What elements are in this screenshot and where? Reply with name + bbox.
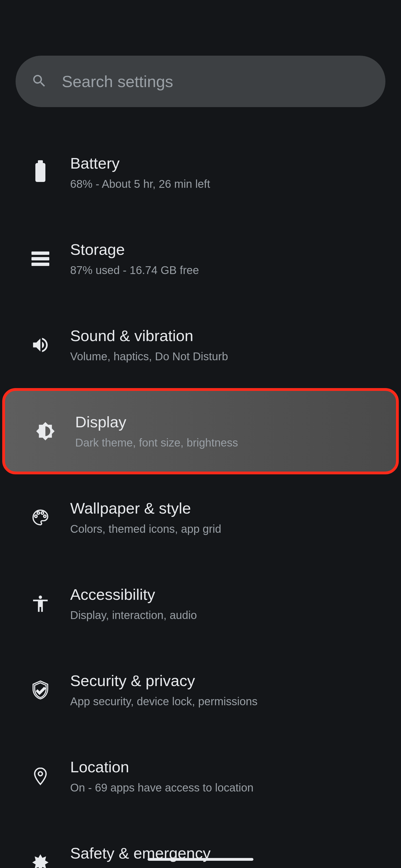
item-subtitle: Colors, themed icons, app grid: [70, 521, 221, 537]
item-subtitle: Emergency SOS, medical info, alerts: [70, 866, 252, 868]
item-title: Wallpaper & style: [70, 498, 221, 519]
settings-item-wallpaper[interactable]: Wallpaper & style Colors, themed icons, …: [0, 474, 401, 561]
item-title: Security & privacy: [70, 671, 258, 691]
item-subtitle: 87% used - 16.74 GB free: [70, 262, 199, 278]
brightness-icon: [36, 422, 55, 441]
settings-item-sound[interactable]: Sound & vibration Volume, haptics, Do No…: [0, 302, 401, 388]
item-subtitle: 68% - About 5 hr, 26 min left: [70, 176, 210, 192]
settings-list: Battery 68% - About 5 hr, 26 min left St…: [0, 129, 401, 868]
navigation-handle[interactable]: [148, 858, 253, 861]
settings-item-display[interactable]: Display Dark theme, font size, brightnes…: [2, 388, 399, 474]
item-subtitle: Dark theme, font size, brightness: [75, 435, 238, 451]
item-title: Battery: [70, 153, 210, 174]
item-subtitle: Volume, haptics, Do Not Disturb: [70, 349, 228, 364]
accessibility-icon: [31, 594, 50, 614]
settings-item-battery[interactable]: Battery 68% - About 5 hr, 26 min left: [0, 129, 401, 216]
palette-icon: [31, 508, 50, 527]
item-title: Storage: [70, 240, 199, 260]
search-bar[interactable]: Search settings: [16, 56, 385, 107]
item-subtitle: On - 69 apps have access to location: [70, 780, 253, 796]
item-title: Display: [75, 412, 238, 432]
settings-item-location[interactable]: Location On - 69 apps have access to loc…: [0, 733, 401, 819]
settings-item-accessibility[interactable]: Accessibility Display, interaction, audi…: [0, 561, 401, 647]
item-subtitle: App security, device lock, permissions: [70, 693, 258, 709]
item-title: Sound & vibration: [70, 326, 228, 346]
settings-item-storage[interactable]: Storage 87% used - 16.74 GB free: [0, 216, 401, 302]
volume-icon: [31, 335, 50, 355]
storage-icon: [31, 249, 50, 269]
search-icon: [31, 73, 62, 90]
item-title: Location: [70, 757, 253, 777]
search-placeholder: Search settings: [62, 72, 173, 91]
item-subtitle: Display, interaction, audio: [70, 607, 197, 623]
item-title: Accessibility: [70, 585, 197, 605]
battery-icon: [31, 163, 50, 182]
medical-icon: [31, 853, 50, 868]
settings-item-security[interactable]: Security & privacy App security, device …: [0, 647, 401, 733]
shield-icon: [31, 680, 50, 700]
location-icon: [31, 767, 50, 786]
